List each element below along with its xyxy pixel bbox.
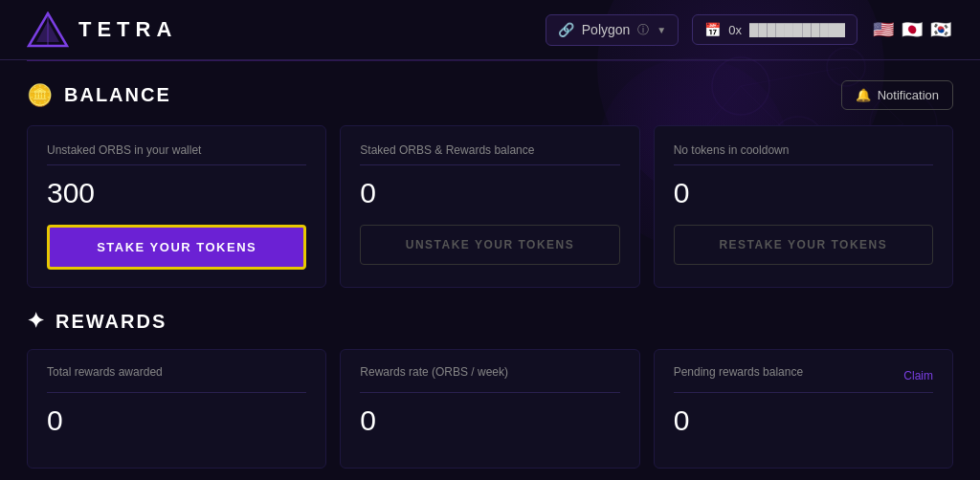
balance-section-header: 🪙 BALANCE 🔔 Notification <box>27 80 953 110</box>
wallet-prefix: 0x <box>728 23 742 37</box>
stake-tokens-button[interactable]: STAKE YOUR TOKENS <box>47 225 306 270</box>
pending-rewards-card: Pending rewards balance Claim 0 <box>654 349 953 469</box>
card-divider-1 <box>47 164 306 165</box>
logo-icon <box>27 11 69 48</box>
rewards-divider-2 <box>360 392 619 393</box>
rewards-rate-header: Rewards rate (ORBS / week) <box>360 365 619 386</box>
network-selector[interactable]: 🔗 Polygon ⓘ ▼ <box>546 14 679 46</box>
wallet-address-input[interactable] <box>749 23 845 37</box>
claim-link[interactable]: Claim <box>903 369 933 382</box>
unstaked-label: Unstaked ORBS in your wallet <box>47 143 306 157</box>
rewards-rate-value: 0 <box>360 404 619 437</box>
flag-jp[interactable]: 🇯🇵 <box>900 21 924 38</box>
cooldown-card: No tokens in cooldown 0 RESTAKE YOUR TOK… <box>654 125 953 288</box>
network-info-icon: ⓘ <box>637 22 649 38</box>
cooldown-value: 0 <box>674 177 933 209</box>
balance-cards: Unstaked ORBS in your wallet 300 STAKE Y… <box>27 125 953 288</box>
rewards-title-text: REWARDS <box>56 311 167 333</box>
calendar-icon: 📅 <box>704 22 721 37</box>
rewards-rate-card: Rewards rate (ORBS / week) 0 <box>340 349 639 469</box>
rewards-divider-1 <box>47 392 306 393</box>
unstaked-card: Unstaked ORBS in your wallet 300 STAKE Y… <box>27 125 326 288</box>
staked-value: 0 <box>360 177 619 209</box>
network-chevron-icon: ▼ <box>657 25 666 35</box>
restake-tokens-button[interactable]: RESTAKE YOUR TOKENS <box>674 225 933 265</box>
unstaked-value: 300 <box>47 177 306 209</box>
total-rewards-label: Total rewards awarded <box>47 365 163 379</box>
flag-kr[interactable]: 🇰🇷 <box>928 21 953 38</box>
cooldown-label: No tokens in cooldown <box>674 143 933 157</box>
total-rewards-value: 0 <box>47 404 306 437</box>
card-divider-3 <box>674 164 933 165</box>
balance-icon: 🪙 <box>27 83 55 108</box>
header-controls: 🔗 Polygon ⓘ ▼ 📅 0x 🇺🇸 🇯🇵 🇰🇷 <box>546 14 953 46</box>
notification-button[interactable]: 🔔 Notification <box>841 80 953 110</box>
pending-rewards-label: Pending rewards balance <box>674 365 803 379</box>
main-content: 🪙 BALANCE 🔔 Notification Unstaked ORBS i… <box>0 61 980 480</box>
rewards-divider-3 <box>674 392 933 393</box>
balance-title: 🪙 BALANCE <box>27 83 171 108</box>
unstake-tokens-button[interactable]: UNSTAKE YOUR TOKENS <box>360 225 619 265</box>
header: TETRA 🔗 Polygon ⓘ ▼ 📅 0x 🇺🇸 🇯🇵 🇰🇷 <box>0 0 980 60</box>
rewards-title: ✦ REWARDS <box>27 309 167 334</box>
balance-title-text: BALANCE <box>64 84 171 106</box>
logo-text: TETRA <box>78 17 177 42</box>
rewards-cards: Total rewards awarded 0 Rewards rate (OR… <box>27 349 953 469</box>
rewards-section: ✦ REWARDS Total rewards awarded 0 Reward… <box>27 309 953 469</box>
bell-icon: 🔔 <box>856 88 871 102</box>
notification-label: Notification <box>878 88 939 102</box>
language-selector: 🇺🇸 🇯🇵 🇰🇷 <box>871 21 953 38</box>
staked-card: Staked ORBS & Rewards balance 0 UNSTAKE … <box>340 125 639 288</box>
wallet-display: 📅 0x <box>692 14 858 45</box>
network-icon: 🔗 <box>558 22 574 37</box>
pending-rewards-value: 0 <box>674 404 933 437</box>
pending-rewards-header: Pending rewards balance Claim <box>674 365 933 386</box>
total-rewards-header: Total rewards awarded <box>47 365 306 386</box>
rewards-rate-label: Rewards rate (ORBS / week) <box>360 365 508 379</box>
card-divider-2 <box>360 164 619 165</box>
flag-us[interactable]: 🇺🇸 <box>871 21 896 38</box>
balance-section: 🪙 BALANCE 🔔 Notification Unstaked ORBS i… <box>27 80 953 288</box>
rewards-icon: ✦ <box>27 309 46 334</box>
staked-label: Staked ORBS & Rewards balance <box>360 143 619 157</box>
total-rewards-card: Total rewards awarded 0 <box>27 349 326 469</box>
logo: TETRA <box>27 11 177 48</box>
network-label: Polygon <box>582 22 631 37</box>
rewards-section-header: ✦ REWARDS <box>27 309 953 334</box>
